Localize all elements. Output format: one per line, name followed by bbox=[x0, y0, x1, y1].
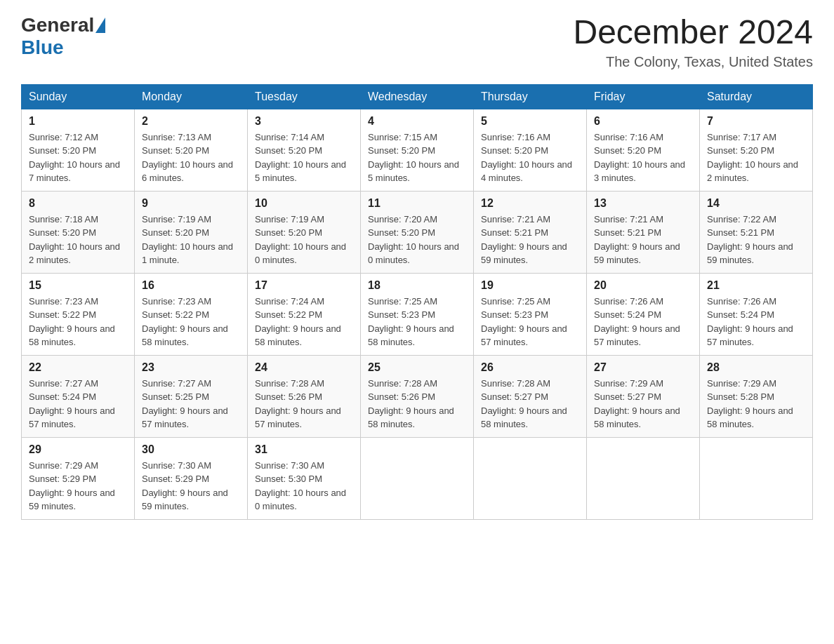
day-number: 16 bbox=[142, 279, 240, 292]
calendar-cell: 28 Sunrise: 7:29 AM Sunset: 5:28 PM Dayl… bbox=[700, 355, 813, 437]
day-info: Sunrise: 7:20 AM Sunset: 5:20 PM Dayligh… bbox=[368, 213, 466, 267]
calendar-cell: 24 Sunrise: 7:28 AM Sunset: 5:26 PM Dayl… bbox=[248, 355, 361, 437]
calendar-cell: 30 Sunrise: 7:30 AM Sunset: 5:29 PM Dayl… bbox=[135, 437, 248, 519]
day-info: Sunrise: 7:29 AM Sunset: 5:27 PM Dayligh… bbox=[594, 377, 692, 431]
day-info: Sunrise: 7:26 AM Sunset: 5:24 PM Dayligh… bbox=[594, 295, 692, 349]
calendar-week-row: 15 Sunrise: 7:23 AM Sunset: 5:22 PM Dayl… bbox=[22, 273, 813, 355]
day-info: Sunrise: 7:19 AM Sunset: 5:20 PM Dayligh… bbox=[255, 213, 353, 267]
day-number: 31 bbox=[255, 443, 353, 456]
day-number: 26 bbox=[481, 361, 579, 374]
day-number: 28 bbox=[707, 361, 805, 374]
day-info: Sunrise: 7:30 AM Sunset: 5:30 PM Dayligh… bbox=[255, 459, 353, 514]
day-number: 20 bbox=[594, 279, 692, 292]
calendar-week-row: 1 Sunrise: 7:12 AM Sunset: 5:20 PM Dayli… bbox=[22, 109, 813, 191]
header-thursday: Thursday bbox=[474, 84, 587, 109]
title-section: December 2024 The Colony, Texas, United … bbox=[573, 14, 813, 70]
day-info: Sunrise: 7:26 AM Sunset: 5:24 PM Dayligh… bbox=[707, 295, 805, 349]
calendar-cell: 21 Sunrise: 7:26 AM Sunset: 5:24 PM Dayl… bbox=[700, 273, 813, 355]
calendar-cell: 4 Sunrise: 7:15 AM Sunset: 5:20 PM Dayli… bbox=[361, 109, 474, 191]
header-tuesday: Tuesday bbox=[248, 84, 361, 109]
calendar-cell: 20 Sunrise: 7:26 AM Sunset: 5:24 PM Dayl… bbox=[587, 273, 700, 355]
day-number: 9 bbox=[142, 197, 240, 210]
day-number: 10 bbox=[255, 197, 353, 210]
day-info: Sunrise: 7:13 AM Sunset: 5:20 PM Dayligh… bbox=[142, 130, 240, 185]
day-info: Sunrise: 7:21 AM Sunset: 5:21 PM Dayligh… bbox=[481, 213, 579, 267]
calendar-cell: 26 Sunrise: 7:28 AM Sunset: 5:27 PM Dayl… bbox=[474, 355, 587, 437]
day-number: 13 bbox=[594, 197, 692, 210]
day-info: Sunrise: 7:24 AM Sunset: 5:22 PM Dayligh… bbox=[255, 295, 353, 349]
day-info: Sunrise: 7:12 AM Sunset: 5:20 PM Dayligh… bbox=[29, 130, 127, 185]
calendar-cell: 29 Sunrise: 7:29 AM Sunset: 5:29 PM Dayl… bbox=[22, 437, 135, 519]
calendar-cell: 17 Sunrise: 7:24 AM Sunset: 5:22 PM Dayl… bbox=[248, 273, 361, 355]
calendar-cell: 31 Sunrise: 7:30 AM Sunset: 5:30 PM Dayl… bbox=[248, 437, 361, 519]
calendar-cell: 19 Sunrise: 7:25 AM Sunset: 5:23 PM Dayl… bbox=[474, 273, 587, 355]
day-info: Sunrise: 7:23 AM Sunset: 5:22 PM Dayligh… bbox=[29, 295, 127, 349]
calendar-cell: 22 Sunrise: 7:27 AM Sunset: 5:24 PM Dayl… bbox=[22, 355, 135, 437]
day-info: Sunrise: 7:29 AM Sunset: 5:28 PM Dayligh… bbox=[707, 377, 805, 431]
day-number: 5 bbox=[481, 115, 579, 128]
day-info: Sunrise: 7:18 AM Sunset: 5:20 PM Dayligh… bbox=[29, 213, 127, 267]
day-number: 11 bbox=[368, 197, 466, 210]
day-number: 6 bbox=[594, 115, 692, 128]
day-number: 24 bbox=[255, 361, 353, 374]
day-number: 4 bbox=[368, 115, 466, 128]
calendar-cell: 13 Sunrise: 7:21 AM Sunset: 5:21 PM Dayl… bbox=[587, 191, 700, 273]
day-info: Sunrise: 7:16 AM Sunset: 5:20 PM Dayligh… bbox=[594, 130, 692, 185]
day-info: Sunrise: 7:19 AM Sunset: 5:20 PM Dayligh… bbox=[142, 213, 240, 267]
day-number: 12 bbox=[481, 197, 579, 210]
calendar-cell bbox=[474, 437, 587, 519]
day-number: 15 bbox=[29, 279, 127, 292]
day-number: 19 bbox=[481, 279, 579, 292]
day-number: 7 bbox=[707, 115, 805, 128]
location-subtitle: The Colony, Texas, United States bbox=[573, 54, 813, 70]
day-number: 30 bbox=[142, 443, 240, 456]
header-monday: Monday bbox=[135, 84, 248, 109]
calendar-cell: 14 Sunrise: 7:22 AM Sunset: 5:21 PM Dayl… bbox=[700, 191, 813, 273]
day-number: 1 bbox=[29, 115, 127, 128]
header-saturday: Saturday bbox=[700, 84, 813, 109]
calendar-cell: 5 Sunrise: 7:16 AM Sunset: 5:20 PM Dayli… bbox=[474, 109, 587, 191]
calendar-cell bbox=[361, 437, 474, 519]
logo-general: General bbox=[21, 14, 105, 36]
calendar-table: Sunday Monday Tuesday Wednesday Thursday… bbox=[21, 84, 813, 520]
calendar-cell bbox=[700, 437, 813, 519]
day-number: 27 bbox=[594, 361, 692, 374]
logo-triangle-icon bbox=[95, 18, 105, 33]
calendar-cell: 11 Sunrise: 7:20 AM Sunset: 5:20 PM Dayl… bbox=[361, 191, 474, 273]
day-info: Sunrise: 7:15 AM Sunset: 5:20 PM Dayligh… bbox=[368, 130, 466, 185]
calendar-cell: 3 Sunrise: 7:14 AM Sunset: 5:20 PM Dayli… bbox=[248, 109, 361, 191]
calendar-cell: 12 Sunrise: 7:21 AM Sunset: 5:21 PM Dayl… bbox=[474, 191, 587, 273]
day-number: 21 bbox=[707, 279, 805, 292]
calendar-cell: 15 Sunrise: 7:23 AM Sunset: 5:22 PM Dayl… bbox=[22, 273, 135, 355]
day-number: 14 bbox=[707, 197, 805, 210]
calendar-cell: 23 Sunrise: 7:27 AM Sunset: 5:25 PM Dayl… bbox=[135, 355, 248, 437]
calendar-cell: 27 Sunrise: 7:29 AM Sunset: 5:27 PM Dayl… bbox=[587, 355, 700, 437]
calendar-cell: 10 Sunrise: 7:19 AM Sunset: 5:20 PM Dayl… bbox=[248, 191, 361, 273]
calendar-cell: 2 Sunrise: 7:13 AM Sunset: 5:20 PM Dayli… bbox=[135, 109, 248, 191]
day-info: Sunrise: 7:25 AM Sunset: 5:23 PM Dayligh… bbox=[368, 295, 466, 349]
day-info: Sunrise: 7:29 AM Sunset: 5:29 PM Dayligh… bbox=[29, 459, 127, 514]
logo-general-text: General bbox=[21, 14, 94, 36]
day-info: Sunrise: 7:16 AM Sunset: 5:20 PM Dayligh… bbox=[481, 130, 579, 185]
day-number: 23 bbox=[142, 361, 240, 374]
month-year-title: December 2024 bbox=[573, 14, 813, 51]
day-info: Sunrise: 7:28 AM Sunset: 5:27 PM Dayligh… bbox=[481, 377, 579, 431]
page-header: General Blue December 2024 The Colony, T… bbox=[21, 14, 813, 70]
calendar-cell: 18 Sunrise: 7:25 AM Sunset: 5:23 PM Dayl… bbox=[361, 273, 474, 355]
header-wednesday: Wednesday bbox=[361, 84, 474, 109]
day-info: Sunrise: 7:22 AM Sunset: 5:21 PM Dayligh… bbox=[707, 213, 805, 267]
logo: General Blue bbox=[21, 14, 105, 59]
header-friday: Friday bbox=[587, 84, 700, 109]
calendar-cell: 1 Sunrise: 7:12 AM Sunset: 5:20 PM Dayli… bbox=[22, 109, 135, 191]
calendar-week-row: 22 Sunrise: 7:27 AM Sunset: 5:24 PM Dayl… bbox=[22, 355, 813, 437]
header-sunday: Sunday bbox=[22, 84, 135, 109]
day-info: Sunrise: 7:28 AM Sunset: 5:26 PM Dayligh… bbox=[368, 377, 466, 431]
calendar-cell: 8 Sunrise: 7:18 AM Sunset: 5:20 PM Dayli… bbox=[22, 191, 135, 273]
days-header-row: Sunday Monday Tuesday Wednesday Thursday… bbox=[22, 84, 813, 109]
day-info: Sunrise: 7:27 AM Sunset: 5:24 PM Dayligh… bbox=[29, 377, 127, 431]
day-info: Sunrise: 7:30 AM Sunset: 5:29 PM Dayligh… bbox=[142, 459, 240, 514]
day-number: 29 bbox=[29, 443, 127, 456]
day-number: 3 bbox=[255, 115, 353, 128]
day-number: 22 bbox=[29, 361, 127, 374]
calendar-week-row: 29 Sunrise: 7:29 AM Sunset: 5:29 PM Dayl… bbox=[22, 437, 813, 519]
